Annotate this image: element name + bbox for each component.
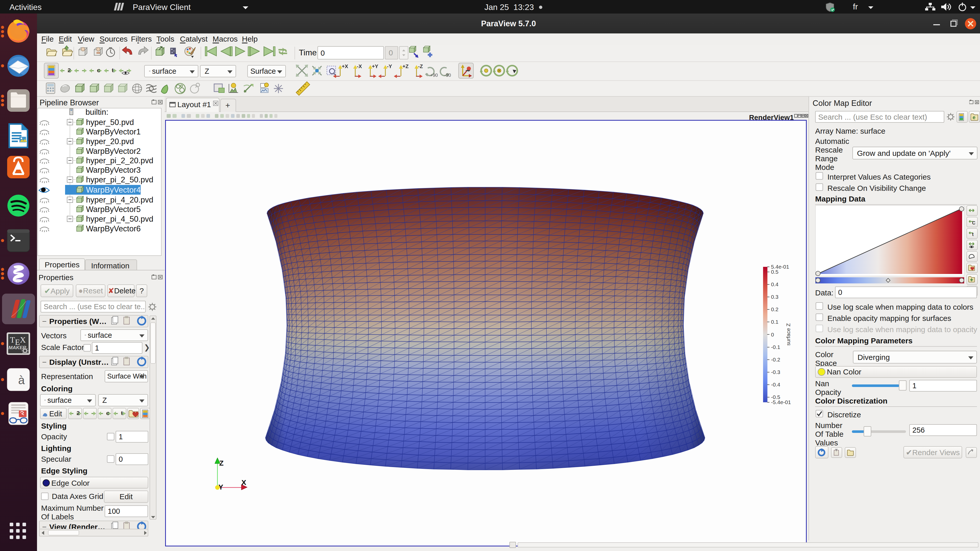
svg-text:-0.4: -0.4 <box>771 382 780 387</box>
svg-text:t: t <box>121 410 123 416</box>
svg-text:0.1: 0.1 <box>771 319 778 325</box>
svg-text:Edit: Edit <box>49 410 62 418</box>
svg-text:hyper_pi_2_20.pvd: hyper_pi_2_20.pvd <box>86 156 153 165</box>
svg-text:0.3: 0.3 <box>771 294 778 300</box>
svg-text:-5.4e-01: -5.4e-01 <box>771 399 791 405</box>
svg-text:WarpByVector5: WarpByVector5 <box>86 205 141 214</box>
svg-text:hyper_pi_2_50.pvd: hyper_pi_2_50.pvd <box>86 175 153 184</box>
svg-text:2: 2 <box>76 410 80 416</box>
svg-text:hyper_pi_4_50.pvd: hyper_pi_4_50.pvd <box>86 214 153 224</box>
svg-text:e: e <box>973 114 975 120</box>
svg-text:WarpByVector2: WarpByVector2 <box>86 147 141 156</box>
svg-text:WarpByVector1: WarpByVector1 <box>86 127 141 136</box>
svg-text:0.5: 0.5 <box>771 269 778 275</box>
svg-text:X: X <box>242 478 246 486</box>
svg-text:0: 0 <box>771 332 774 338</box>
svg-text:-0.3: -0.3 <box>771 369 780 375</box>
svg-text:Y: Y <box>218 483 223 491</box>
svg-text:hyper_20.pvd: hyper_20.pvd <box>86 137 134 146</box>
svg-text:-90: -90 <box>444 73 451 78</box>
svg-text:0.4: 0.4 <box>771 281 779 287</box>
svg-text:hyper_pi_4_20.pvd: hyper_pi_4_20.pvd <box>86 195 153 204</box>
svg-text:-X: -X <box>357 64 362 69</box>
svg-text:hyper_50.pvd: hyper_50.pvd <box>86 118 134 127</box>
svg-text:-Y: -Y <box>387 64 392 69</box>
svg-text:+X: +X <box>342 64 348 69</box>
svg-text:WarpByVector4: WarpByVector4 <box>86 186 141 194</box>
svg-text:0.2: 0.2 <box>771 306 778 312</box>
svg-text:surface Z: surface Z <box>785 323 791 346</box>
svg-text:c: c <box>106 410 109 416</box>
svg-text:à: à <box>18 373 25 387</box>
svg-text:t: t <box>972 232 974 237</box>
svg-text:Z: Z <box>219 459 224 467</box>
svg-text:+Z: +Z <box>402 64 409 69</box>
svg-text:-0.2: -0.2 <box>771 357 780 362</box>
svg-text:WarpByVector6: WarpByVector6 <box>86 224 141 233</box>
svg-text:+Y: +Y <box>372 64 379 69</box>
svg-text:+90: +90 <box>430 73 438 78</box>
svg-text:-Z: -Z <box>418 64 423 69</box>
svg-text:builtin:: builtin: <box>86 108 108 117</box>
svg-text:-0.1: -0.1 <box>771 344 780 350</box>
svg-text:WarpByVector3: WarpByVector3 <box>86 165 141 175</box>
svg-text:C: C <box>972 221 975 225</box>
